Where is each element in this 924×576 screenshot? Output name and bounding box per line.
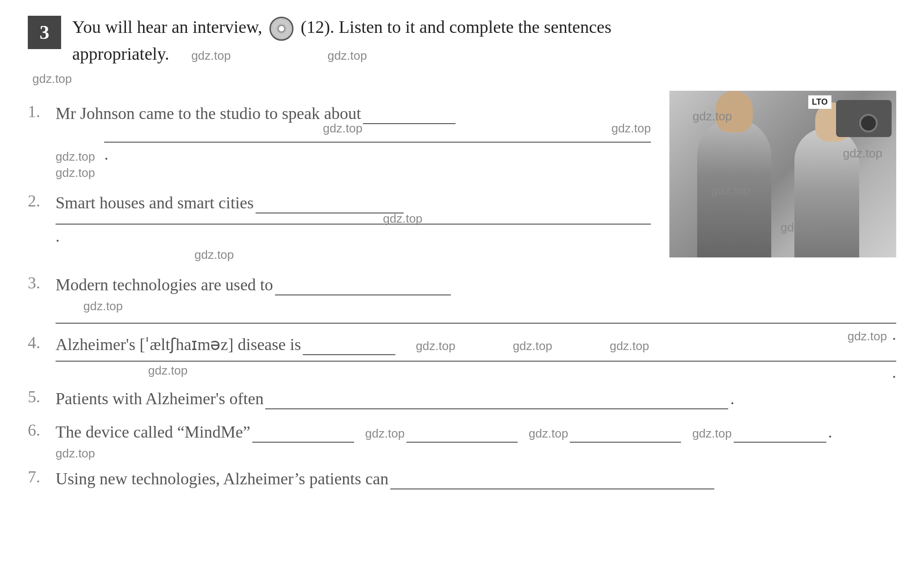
q4-text-area: Alzheimer's [ˈæltʃhaɪməz] disease is gdz… <box>56 332 896 378</box>
q5-text-area: Patients with Alzheimer's often . <box>56 386 896 411</box>
q2-text-area: Smart houses and smart cities gdz.top . <box>56 190 651 246</box>
wm-q4-1: gdz.top <box>416 339 455 353</box>
questions-area: 1. Mr Johnson came to the studio to spea… <box>28 91 651 313</box>
watermark-q2-top: gdz.top <box>56 166 95 180</box>
wm-q1-2: gdz.top <box>323 121 362 136</box>
wm-img3: gdz.top <box>780 220 820 235</box>
q2-full-line <box>56 224 651 225</box>
q2-inline-answer <box>256 213 404 213</box>
watermark-q3-top: gdz.top <box>194 248 234 262</box>
wm-q4-bottom: gdz.top <box>148 363 187 377</box>
q1-inline-answer <box>363 123 456 124</box>
q3-text-area: Modern technologies are used to gdz.top <box>56 272 651 313</box>
watermark-header1: gdz.top <box>191 49 231 63</box>
q6-number: 6. <box>28 419 56 440</box>
q7-inline-answer <box>390 488 714 489</box>
wm-q6-1: gdz.top <box>365 426 405 440</box>
q5-number: 5. <box>28 386 56 407</box>
watermark-topleft: gdz.top <box>32 72 72 86</box>
wm-q6-3: gdz.top <box>692 426 731 440</box>
question-item-7: 7. Using new technologies, Alzheimer’s p… <box>28 466 896 491</box>
cd-icon <box>269 17 293 41</box>
wm-q2-1: gdz.top <box>383 212 422 226</box>
watermark-header2: gdz.top <box>327 49 367 63</box>
q6-text: The device called “MindMe” <box>56 423 250 441</box>
exercise-number: 3 <box>28 16 61 49</box>
q6-seg2 <box>406 442 518 443</box>
q6-seg3 <box>570 442 681 443</box>
main-content: 1. Mr Johnson came to the studio to spea… <box>28 91 896 313</box>
wm-img4: gdz.top <box>843 146 882 161</box>
lto-badge: LTO <box>808 95 831 109</box>
question-item-4: 4. Alzheimer's [ˈæltʃhaɪməz] disease is … <box>28 332 896 378</box>
q4-text: Alzheimer's [ˈæltʃhaɪməz] disease is <box>56 335 301 354</box>
q6-seg1 <box>252 442 354 443</box>
wm-img2: gdz.top <box>711 183 750 198</box>
q1-full-line <box>104 142 651 143</box>
question-item-1: 1. Mr Johnson came to the studio to spea… <box>28 101 651 164</box>
instruction-line2: appropriately. gdz.top gdz.top <box>72 44 367 63</box>
question-item-5: 5. Patients with Alzheimer's often . <box>28 386 896 411</box>
q2-text: Smart houses and smart cities <box>56 194 254 212</box>
wm-q6-2: gdz.top <box>529 426 568 440</box>
q4-number: 4. <box>28 332 56 352</box>
wm-q3-right: gdz.top <box>848 329 887 344</box>
question-item-3: 3. Modern technologies are used to gdz.t… <box>28 272 651 313</box>
wm-q4-3: gdz.top <box>610 339 649 353</box>
q5-inline-answer <box>265 408 728 409</box>
q6-seg4 <box>734 442 826 443</box>
image-area: LTO gdz.top gdz.top gdz.top gdz.top <box>669 91 896 313</box>
q7-text: Using new technologies, Alzheimer’s pati… <box>56 470 388 488</box>
watermark-q3-bottom: gdz.top <box>83 299 123 313</box>
interview-image: LTO gdz.top gdz.top gdz.top gdz.top <box>669 91 896 257</box>
wm-q7-top: gdz.top <box>56 446 95 460</box>
q3-number: 3. <box>28 272 56 293</box>
q2-number: 2. <box>28 190 56 211</box>
wm-img1: gdz.top <box>693 109 732 124</box>
q1-text-area: Mr Johnson came to the studio to speak a… <box>56 101 651 164</box>
q6-text-area: The device called “MindMe” gdz.top gdz.t… <box>56 419 896 445</box>
q3-text: Modern technologies are used to <box>56 275 273 294</box>
instruction-text: You will hear an interview, (12). Listen… <box>72 14 896 67</box>
wm-q1-3: gdz.top <box>612 121 651 136</box>
instruction-line1: You will hear an interview, (12). Listen… <box>72 17 612 37</box>
question-item-6: 6. The device called “MindMe” gdz.top gd… <box>28 419 896 445</box>
q4-inline-answer <box>303 354 395 355</box>
full-width-questions: . gdz.top 4. Alzheimer's [ˈæltʃhaɪməz] d… <box>28 323 896 491</box>
q1-text: Mr Johnson came to the studio to speak a… <box>56 104 361 123</box>
q5-text: Patients with Alzheimer's often <box>56 389 263 408</box>
wm-q4-2: gdz.top <box>513 339 552 353</box>
wm-q1-1: gdz.top <box>56 150 95 164</box>
question-item-2: 2. Smart houses and smart cities gdz.top… <box>28 190 651 246</box>
q7-text-area: Using new technologies, Alzheimer’s pati… <box>56 466 896 491</box>
q1-number: 1. <box>28 101 56 121</box>
q7-number: 7. <box>28 466 56 487</box>
q3-inline-answer <box>275 294 451 295</box>
